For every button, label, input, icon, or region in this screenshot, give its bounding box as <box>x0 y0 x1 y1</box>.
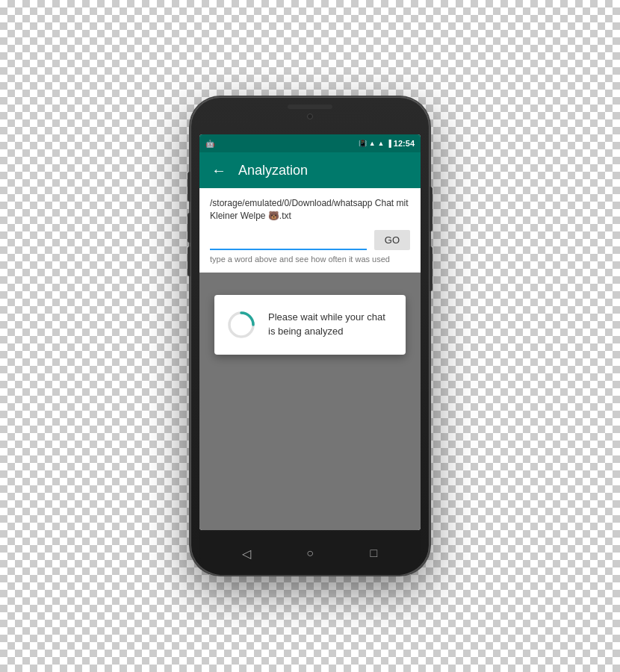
status-bar-right: 📳 ▲ ▲ ▐ 12:54 <box>359 139 415 148</box>
search-hint-text: type a word above and see how often it w… <box>210 255 410 264</box>
phone-screen: 🤖 📳 ▲ ▲ ▐ 12:54 ← Analyzation /storage/e… <box>199 134 421 530</box>
gray-content-area: Please wait while your chat is being ana… <box>199 273 421 530</box>
top-card: /storage/emulated/0/Download/whatsapp Ch… <box>199 188 421 273</box>
loading-spinner <box>226 310 256 340</box>
nav-bar: ◁ ○ □ <box>199 532 421 575</box>
status-bar-left: 🤖 <box>205 140 216 148</box>
speaker-grille <box>288 105 332 109</box>
word-search-input[interactable] <box>210 234 367 246</box>
loading-message: Please wait while your chat is being ana… <box>268 311 394 337</box>
file-path-text: /storage/emulated/0/Download/whatsapp Ch… <box>210 197 410 223</box>
back-button[interactable]: ← <box>211 162 226 179</box>
status-bar: 🤖 📳 ▲ ▲ ▐ 12:54 <box>199 134 421 152</box>
recents-nav-button[interactable]: □ <box>362 542 385 564</box>
phone-mockup: 🤖 📳 ▲ ▲ ▐ 12:54 ← Analyzation /storage/e… <box>190 97 430 575</box>
battery-icon: ▐ <box>386 140 391 147</box>
home-nav-button[interactable]: ○ <box>299 542 321 564</box>
app-title: Analyzation <box>238 163 308 178</box>
front-camera <box>307 113 313 119</box>
phone-shell: 🤖 📳 ▲ ▲ ▐ 12:54 ← Analyzation /storage/e… <box>190 97 430 575</box>
search-input-wrapper <box>210 234 367 250</box>
loading-dialog: Please wait while your chat is being ana… <box>214 295 406 355</box>
status-time: 12:54 <box>394 139 415 148</box>
spinner-container <box>226 310 256 340</box>
search-row: GO <box>210 230 410 250</box>
wifi-icon: ▲ <box>369 140 376 147</box>
signal-icon: ▲ <box>378 140 385 147</box>
vibrate-icon: 📳 <box>359 140 367 147</box>
go-button[interactable]: GO <box>374 230 410 250</box>
android-icon: 🤖 <box>205 140 214 148</box>
app-bar: ← Analyzation <box>199 152 421 188</box>
back-nav-button[interactable]: ◁ <box>235 542 258 564</box>
